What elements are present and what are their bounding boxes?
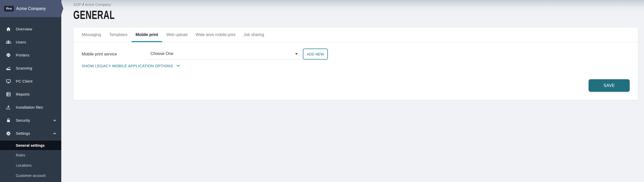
sidebar-item-reports[interactable]: Reports [0, 88, 61, 101]
pro-badge: Pro [4, 6, 14, 12]
sidebar-item-label: Reports [16, 92, 30, 96]
sidebar-item-label: PC Client [16, 79, 32, 83]
monitor-icon [6, 78, 11, 84]
chevron-down-icon [176, 63, 181, 68]
sidebar-item-label: Settings [16, 131, 30, 135]
settings-subnav: General settings Rules Locations Custome… [0, 141, 61, 181]
sidebar-item-pc-client[interactable]: PC Client [0, 75, 61, 88]
breadcrumb-root-link[interactable]: EOP [74, 3, 81, 7]
sidebar-item-settings[interactable]: Settings [0, 127, 61, 140]
chevron-down-icon [52, 118, 57, 123]
report-list-icon [6, 92, 11, 97]
sidebar-subitem-locations[interactable]: Locations [0, 160, 61, 170]
tab-messaging[interactable]: Messaging [78, 28, 105, 42]
sidebar-item-printers[interactable]: Printers [0, 49, 61, 62]
home-icon [6, 26, 11, 32]
page-title: GENERAL [73, 8, 115, 22]
subitem-label: Locations [16, 163, 32, 167]
mobile-print-service-select[interactable]: Choose One [147, 49, 301, 60]
sidebar-item-label: Scanning [16, 66, 32, 70]
subitem-label: Customer account [16, 174, 46, 178]
tab-templates[interactable]: Templates [105, 28, 132, 42]
gear-icon [6, 131, 11, 136]
select-value: Choose One [150, 49, 173, 59]
breadcrumb: EOP/Acme Company [74, 2, 111, 7]
page: Pro Acme Company Overview Users [0, 0, 644, 182]
chevron-up-icon [52, 131, 57, 136]
sidebar-item-security[interactable]: Security [0, 114, 61, 127]
breadcrumb-current: Acme Company [85, 3, 111, 7]
tab-job-sharing[interactable]: Job sharing [240, 28, 268, 42]
sidebar-subitem-rules[interactable]: Rules [0, 150, 61, 160]
subitem-label: General settings [16, 143, 45, 147]
users-icon [6, 39, 11, 45]
printer-icon [6, 52, 11, 58]
sidebar-item-installation-files[interactable]: Installation files [0, 101, 61, 114]
brand-band: Pro Acme Company [0, 0, 63, 17]
main-content: EOP/Acme Company GENERAL Messaging Templ… [61, 0, 644, 182]
caret-down-icon [295, 53, 298, 55]
legacy-options-label: SHOW LEGACY MOBILE APPLICATION OPTIONS [82, 64, 173, 68]
tab-bar: Messaging Templates Mobile print Web upl… [74, 28, 638, 42]
settings-card: Messaging Templates Mobile print Web upl… [74, 28, 638, 100]
subitem-label: Rules [16, 153, 25, 157]
mobile-print-service-row: Mobile print service Choose One ADD NEW [82, 49, 328, 60]
lock-icon [6, 118, 11, 123]
mobile-print-service-label: Mobile print service [82, 49, 147, 60]
scanner-icon [6, 65, 11, 71]
sidebar-item-overview[interactable]: Overview [0, 22, 61, 36]
sidebar-item-users[interactable]: Users [0, 36, 61, 49]
sidebar-nav: Overview Users [0, 22, 61, 140]
sidebar-item-label: Security [16, 118, 30, 122]
sidebar-item-label: Overview [16, 27, 32, 31]
download-icon [6, 105, 11, 110]
sidebar-item-scanning[interactable]: Scanning [0, 62, 61, 75]
legacy-options-toggle[interactable]: SHOW LEGACY MOBILE APPLICATION OPTIONS [82, 62, 181, 69]
sidebar-subitem-general-settings[interactable]: General settings [0, 141, 61, 150]
sidebar-item-label: Users [16, 40, 26, 44]
save-button[interactable]: SAVE [589, 79, 630, 92]
tab-wide-area-mobile-print[interactable]: Wide area mobile print [192, 28, 240, 42]
tab-mobile-print[interactable]: Mobile print [132, 28, 162, 42]
tab-web-upload[interactable]: Web upload [162, 28, 192, 42]
sidebar-item-label: Installation files [16, 105, 43, 109]
breadcrumb-separator: / [81, 2, 85, 7]
sidebar: Pro Acme Company Overview Users [0, 0, 61, 182]
company-name: Acme Company [16, 6, 46, 11]
sidebar-item-label: Printers [16, 53, 29, 57]
add-new-button[interactable]: ADD NEW [303, 49, 328, 60]
sidebar-subitem-customer-account[interactable]: Customer account [0, 170, 61, 181]
